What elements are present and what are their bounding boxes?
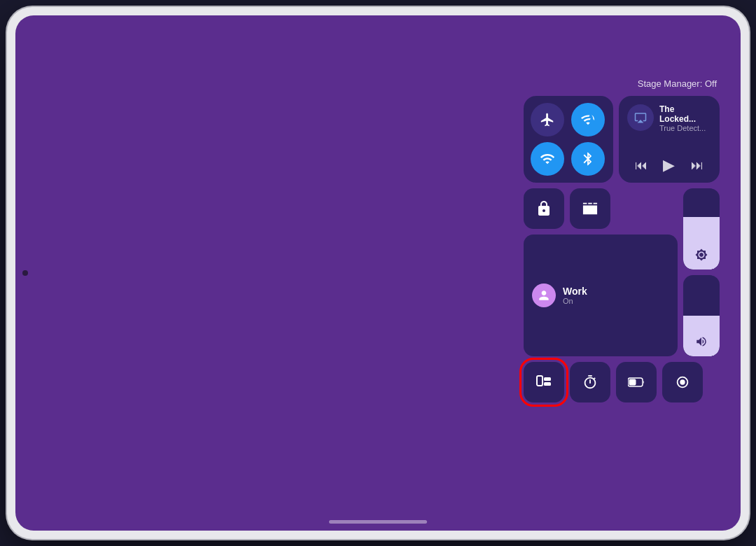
screen-mirror-button[interactable] xyxy=(570,188,610,229)
focus-text: Work On xyxy=(563,286,587,305)
stage-manager-label: Stage Manager: Off xyxy=(524,78,720,89)
bluetooth-button[interactable] xyxy=(571,142,605,176)
timer-button[interactable] xyxy=(570,362,610,402)
left-controls: Work On xyxy=(524,188,678,356)
focus-status: On xyxy=(563,297,587,305)
svg-rect-4 xyxy=(629,379,636,386)
screen-record-button[interactable] xyxy=(662,362,703,402)
brightness-icon xyxy=(695,248,708,264)
svg-rect-1 xyxy=(544,377,551,381)
focus-button[interactable]: Work On xyxy=(524,234,678,356)
fast-forward-button[interactable]: ⏭ xyxy=(691,158,704,173)
tablet-frame: Stage Manager: Off xyxy=(7,7,749,539)
now-playing-block: The Locked... True Detect... ⏮ ▶ ⏭ xyxy=(619,96,720,183)
stage-manager-button[interactable] xyxy=(524,362,564,402)
rotation-lock-button[interactable] xyxy=(524,188,564,229)
sliders-column xyxy=(683,188,720,356)
brightness-slider[interactable] xyxy=(683,188,720,270)
focus-icon xyxy=(532,284,556,307)
now-playing-title: The Locked... xyxy=(659,104,711,124)
svg-rect-2 xyxy=(544,382,551,386)
home-bar[interactable] xyxy=(329,520,427,524)
svg-rect-0 xyxy=(537,376,542,386)
airplane-mode-button[interactable] xyxy=(531,103,564,136)
now-playing-top: The Locked... True Detect... xyxy=(627,104,711,132)
volume-icon xyxy=(695,335,708,351)
row-lock-mirror xyxy=(524,188,678,229)
cc-grid: The Locked... True Detect... ⏮ ▶ ⏭ xyxy=(524,96,720,402)
connectivity-block xyxy=(524,96,613,183)
low-power-button[interactable] xyxy=(616,362,657,402)
focus-name: Work xyxy=(563,286,587,297)
play-pause-button[interactable]: ▶ xyxy=(663,156,675,174)
hotspot-button[interactable] xyxy=(571,103,605,136)
bottom-controls xyxy=(524,362,720,402)
control-center: Stage Manager: Off xyxy=(524,78,720,402)
row-lock-mirror-sliders: Work On xyxy=(524,188,720,356)
row-connectivity-nowplaying: The Locked... True Detect... ⏮ ▶ ⏭ xyxy=(524,96,720,183)
wifi-button[interactable] xyxy=(531,142,564,176)
now-playing-controls: ⏮ ▶ ⏭ xyxy=(627,156,711,174)
rewind-button[interactable]: ⏮ xyxy=(635,158,648,173)
now-playing-subtitle: True Detect... xyxy=(659,124,711,132)
camera-dot xyxy=(22,270,28,276)
svg-point-6 xyxy=(680,379,685,384)
airplay-icon[interactable] xyxy=(627,104,654,131)
volume-slider[interactable] xyxy=(683,275,720,356)
now-playing-text: The Locked... True Detect... xyxy=(659,104,711,132)
tablet-screen: Stage Manager: Off xyxy=(15,15,741,531)
